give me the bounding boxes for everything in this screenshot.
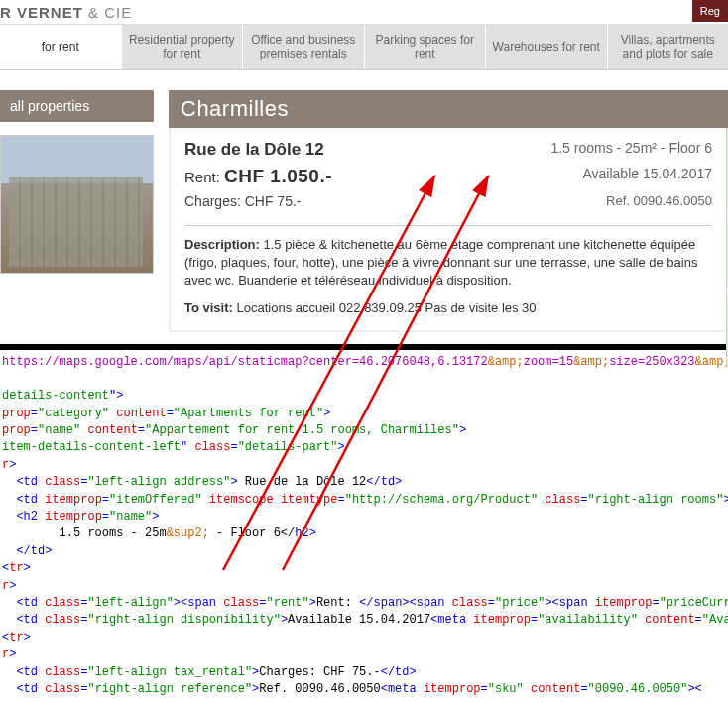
listing-card: Rue de la Dôle 12 1.5 rooms - 25m² - Flo… xyxy=(169,128,728,332)
nav-for-rent[interactable]: for rent xyxy=(0,25,122,69)
desc-label: Description: xyxy=(184,237,260,252)
address: Rue de la Dôle 12 xyxy=(184,140,324,160)
rooms-summary: 1.5 rooms - 25m² - Floor 6 xyxy=(550,140,712,160)
reference: Ref. 0090.46.0050 xyxy=(606,193,712,209)
nav-parking[interactable]: Parking spaces for rent xyxy=(365,25,487,69)
source-code-panel: https://maps.google.com/maps/api/staticm… xyxy=(0,344,728,701)
separator xyxy=(184,225,712,226)
register-button[interactable]: Reg xyxy=(692,0,728,22)
visit-label: To visit: xyxy=(184,300,233,315)
nav-office[interactable]: Office and business premises rentals xyxy=(243,25,365,69)
code-url: https://maps.google.com/maps/api/staticm… xyxy=(2,355,728,369)
to-visit: To visit: Locations accueil 022.839.09.2… xyxy=(184,299,712,317)
logo: R VERNET & CIE xyxy=(0,4,132,21)
rent-value: CHF 1.050.- xyxy=(224,166,332,186)
property-photo xyxy=(0,135,154,274)
rent: Rent: CHF 1.050.- xyxy=(184,166,332,187)
district-title: Charmilles xyxy=(169,90,728,128)
description: Description: 1.5 pièce & kitchenette au … xyxy=(184,236,712,291)
main-nav: for rent Residential property for rent O… xyxy=(0,25,728,70)
visit-text: Locations accueil 022.839.09.25 Pas de v… xyxy=(233,300,537,315)
nav-warehouses[interactable]: Warehouses for rent xyxy=(486,25,608,69)
nav-villas[interactable]: Villas, apartments and plots for sale xyxy=(608,25,729,69)
rent-label: Rent: xyxy=(184,169,224,185)
charges: Charges: CHF 75.- xyxy=(184,193,301,209)
availability: Available 15.04.2017 xyxy=(582,166,712,187)
back-all-properties[interactable]: all properties xyxy=(0,90,154,122)
desc-text: 1.5 pièce & kitchenette au 6ème étage co… xyxy=(184,237,697,288)
logo-bold: R VERNET xyxy=(0,4,83,21)
nav-residential[interactable]: Residential property for rent xyxy=(122,25,244,69)
header: R VERNET & CIE Reg xyxy=(0,0,728,25)
logo-light: & CIE xyxy=(83,4,132,21)
